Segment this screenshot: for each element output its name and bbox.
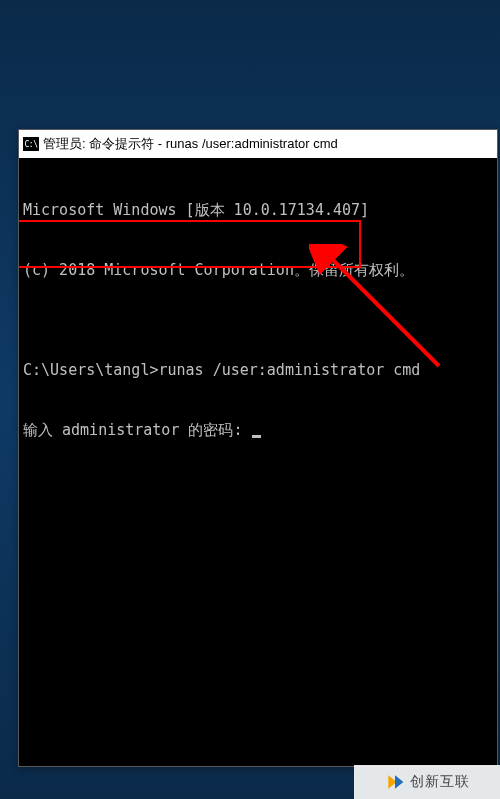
window-titlebar[interactable]: C:\ 管理员: 命令提示符 - runas /user:administrat… xyxy=(19,130,497,158)
terminal-line: C:\Users\tangl>runas /user:administrator… xyxy=(23,360,493,380)
window-title-text: 管理员: 命令提示符 - runas /user:administrator c… xyxy=(43,137,491,151)
text-cursor xyxy=(252,435,261,438)
password-prompt-line[interactable]: 输入 administrator 的密码: xyxy=(23,420,493,440)
cmd-icon: C:\ xyxy=(23,137,39,151)
cmd-window: C:\ 管理员: 命令提示符 - runas /user:administrat… xyxy=(18,129,498,767)
password-prompt-text: 输入 administrator 的密码: xyxy=(23,421,252,439)
entered-command: runas /user:administrator cmd xyxy=(158,361,420,379)
watermark: 创新互联 xyxy=(354,765,500,799)
desktop-background: C:\ 管理员: 命令提示符 - runas /user:administrat… xyxy=(0,0,500,799)
watermark-logo-icon xyxy=(385,772,405,792)
terminal-output[interactable]: Microsoft Windows [版本 10.0.17134.407] (c… xyxy=(19,158,497,766)
watermark-text: 创新互联 xyxy=(410,773,470,791)
terminal-line: (c) 2018 Microsoft Corporation。保留所有权利。 xyxy=(23,260,493,280)
terminal-line: Microsoft Windows [版本 10.0.17134.407] xyxy=(23,200,493,220)
prompt-path: C:\Users\tangl> xyxy=(23,361,158,379)
